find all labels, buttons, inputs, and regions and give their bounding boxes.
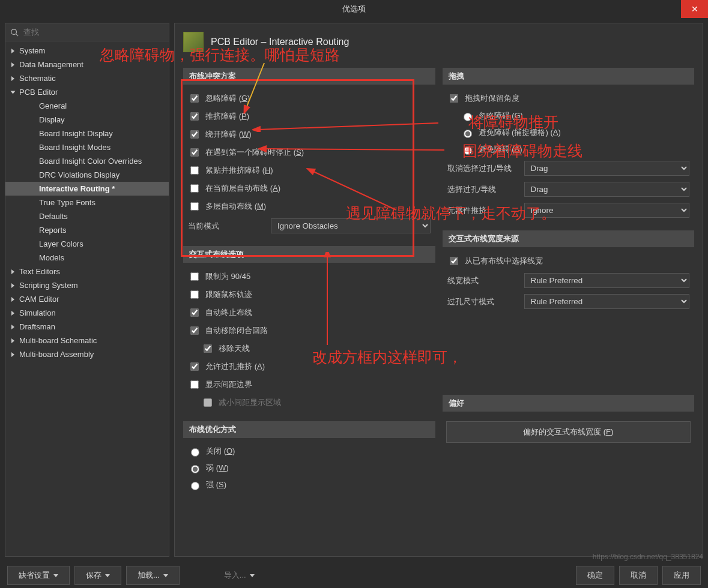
tree-item-models[interactable]: Models: [5, 251, 169, 265]
nav-panel: SystemData ManagementSchematicPCB Editor…: [5, 23, 169, 557]
search-icon: [10, 28, 19, 37]
via-size-select[interactable]: Rule Preferred: [524, 294, 690, 309]
chk-auto-multi[interactable]: [190, 202, 199, 211]
apply-button[interactable]: 应用: [662, 566, 701, 585]
caret-icon: [11, 283, 14, 288]
chk-from-existing[interactable]: [450, 257, 458, 265]
tree-item-defaults[interactable]: Defaults: [5, 209, 169, 223]
tree-item-multi-board-assembly[interactable]: Multi-board Assembly: [5, 347, 169, 361]
component-push-select[interactable]: Ignore: [524, 203, 690, 218]
tree-item-label: Text Editors: [19, 267, 60, 276]
tree-item-scripting-system[interactable]: Scripting System: [5, 278, 169, 292]
cancel-button[interactable]: 取消: [619, 566, 658, 585]
tree-item-label: Board Insight Display: [39, 129, 113, 138]
caret-icon: [11, 269, 14, 274]
chk-show-clearance[interactable]: [190, 380, 199, 389]
current-mode-select[interactable]: Ignore Obstacles: [271, 218, 431, 233]
chk-keep-angle[interactable]: [450, 94, 458, 103]
chevron-down-icon: [163, 574, 168, 577]
radio-opt-off[interactable]: [191, 448, 199, 457]
search-input[interactable]: [22, 27, 164, 37]
tree-item-label: System: [19, 46, 45, 55]
unselect-via-select[interactable]: Drag: [524, 161, 690, 176]
tree-item-board-insight-modes[interactable]: Board Insight Modes: [5, 140, 169, 154]
tree-item-label: Scripting System: [19, 281, 78, 290]
radio-drag-avoid[interactable]: [464, 146, 472, 155]
caret-icon: [11, 49, 14, 53]
window-title: 优选项: [342, 4, 366, 14]
tree-item-schematic[interactable]: Schematic: [5, 71, 169, 85]
chevron-down-icon: [105, 574, 110, 577]
section-optimize: 布线优化方式: [183, 421, 435, 438]
select-via-select[interactable]: Drag: [524, 182, 690, 197]
chk-auto-curr-layer[interactable]: [190, 184, 199, 193]
chk-push-obstacle[interactable]: [190, 112, 199, 121]
tree-item-system[interactable]: System: [5, 44, 169, 58]
section-favorites: 偏好: [443, 395, 695, 412]
width-mode-select[interactable]: Rule Preferred: [524, 273, 690, 288]
tree-item-pcb-editor[interactable]: PCB Editor: [5, 85, 169, 99]
radio-opt-strong[interactable]: [191, 482, 199, 490]
chk-ignore-obstacle[interactable]: [190, 94, 199, 103]
chevron-down-icon: [250, 574, 255, 577]
defaults-button[interactable]: 缺省设置: [7, 566, 70, 585]
tree-item-general[interactable]: General: [5, 99, 169, 113]
tree-item-interactive-routing-[interactable]: Interactive Routing *: [5, 182, 169, 196]
chk-limit-9045[interactable]: [190, 272, 199, 281]
radio-opt-weak[interactable]: [191, 465, 199, 473]
tree-item-display[interactable]: Display: [5, 113, 169, 127]
tree-item-layer-colors[interactable]: Layer Colors: [5, 237, 169, 251]
load-button[interactable]: 加载...: [126, 566, 180, 585]
caret-icon: [11, 62, 14, 67]
tree-item-draftsman[interactable]: Draftsman: [5, 320, 169, 334]
tree-item-label: Models: [39, 253, 64, 262]
via-size-label: 过孔尺寸模式: [447, 296, 519, 307]
tree-item-label: Board Insight Modes: [39, 143, 110, 152]
current-mode-label: 当前模式: [188, 221, 266, 232]
tree-item-cam-editor[interactable]: CAM Editor: [5, 292, 169, 306]
caret-icon: [11, 91, 16, 94]
tree-item-label: CAM Editor: [19, 295, 59, 304]
unselect-via-label: 取消选择过孔/导线: [447, 163, 519, 174]
chk-auto-terminate[interactable]: [190, 308, 199, 317]
select-via-label: 选择过孔/导线: [447, 184, 519, 195]
chk-hug-push[interactable]: [190, 166, 199, 175]
section-interactive-opts: 交互式布线选项: [183, 246, 435, 263]
radio-drag-ignore[interactable]: [464, 113, 472, 121]
radio-drag-avoid-snap[interactable]: [464, 130, 472, 138]
content-panel: PCB Editor – Interactive Routing 布线冲突方案 …: [174, 23, 703, 557]
tree-item-label: Multi-board Schematic: [19, 336, 97, 345]
caret-icon: [11, 76, 14, 81]
tree-item-data-management[interactable]: Data Management: [5, 58, 169, 71]
tree-item-board-insight-color-overrides[interactable]: Board Insight Color Overrides: [5, 154, 169, 168]
tree-item-text-editors[interactable]: Text Editors: [5, 265, 169, 278]
close-button[interactable]: ✕: [681, 0, 708, 18]
tree-item-board-insight-display[interactable]: Board Insight Display: [5, 127, 169, 140]
component-push-label: 元器件推挤: [447, 205, 519, 216]
tree-item-reports[interactable]: Reports: [5, 223, 169, 237]
page-title: PCB Editor – Interactive Routing: [211, 37, 349, 47]
chk-walk-around[interactable]: [190, 130, 199, 139]
section-width-source: 交互式布线宽度来源: [443, 230, 695, 247]
chk-follow-mouse[interactable]: [190, 290, 199, 299]
svg-point-0: [11, 29, 17, 34]
chk-remove-antenna[interactable]: [204, 344, 212, 353]
section-drag: 拖拽: [443, 68, 695, 85]
caret-icon: [11, 352, 14, 357]
save-button[interactable]: 保存: [74, 566, 121, 585]
tree-item-label: True Type Fonts: [39, 198, 95, 207]
chk-allow-via-push[interactable]: [190, 362, 199, 371]
tree-item-label: DRC Violations Display: [39, 170, 120, 179]
tree-item-label: Interactive Routing *: [39, 184, 115, 193]
tree-item-simulation[interactable]: Simulation: [5, 306, 169, 320]
tree-item-true-type-fonts[interactable]: True Type Fonts: [5, 196, 169, 209]
tree-item-label: General: [39, 101, 67, 110]
tree-item-multi-board-schematic[interactable]: Multi-board Schematic: [5, 334, 169, 347]
tree-item-drc-violations-display[interactable]: DRC Violations Display: [5, 168, 169, 182]
chk-stop-first[interactable]: [190, 148, 199, 157]
chk-remove-loop[interactable]: [190, 326, 199, 335]
page-icon: [183, 32, 204, 52]
favorites-button[interactable]: 偏好的交互式布线宽度 (F): [446, 421, 691, 443]
ok-button[interactable]: 确定: [576, 566, 614, 585]
tree-item-label: Layer Colors: [39, 239, 83, 248]
